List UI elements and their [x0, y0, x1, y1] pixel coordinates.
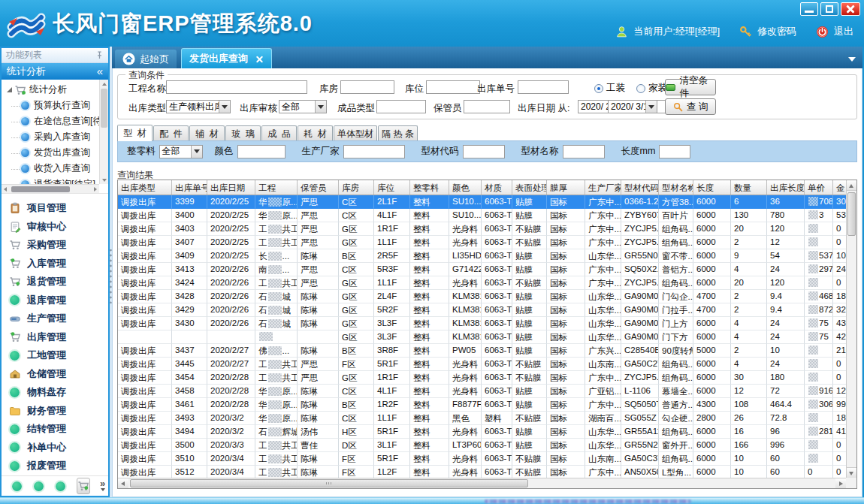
- tab-thermal-strip[interactable]: 隔 热 条: [378, 125, 418, 141]
- column-header[interactable]: 金: [833, 180, 846, 195]
- green-dot-icon[interactable]: [34, 481, 44, 491]
- warehouse-input[interactable]: [340, 80, 394, 94]
- column-header[interactable]: 出库长度: [767, 180, 805, 195]
- table-row[interactable]: 调拨出库34452020/2/27工共工程严思F区5R1F整料光身料6063-T…: [118, 358, 846, 371]
- scroll-down-icon[interactable]: [847, 467, 856, 478]
- tree-horizontal-scrollbar[interactable]: [2, 184, 99, 193]
- column-header[interactable]: 型材代码: [621, 180, 659, 195]
- column-header[interactable]: 工程: [255, 180, 298, 195]
- scroll-up-icon[interactable]: [847, 180, 856, 191]
- table-row[interactable]: 调拨出库34612020/2/28华原...陈琳B区1R2F整料F8877FT6…: [118, 398, 846, 412]
- pin-icon[interactable]: [95, 51, 104, 59]
- logout-link[interactable]: 退出: [834, 25, 853, 38]
- horizontal-scroll-thumb[interactable]: [130, 479, 528, 487]
- table-row[interactable]: 调拨出库35002020/3/3工共工程曹佳D区3L1F整料LT3P606063…: [118, 439, 846, 452]
- column-header[interactable]: 库房: [339, 180, 374, 195]
- column-header[interactable]: 型材名称: [659, 180, 693, 195]
- sidebar-item-carryover-mgmt[interactable]: 结转管理: [9, 420, 108, 439]
- sidebar-item-scrap-mgmt[interactable]: 报废管理: [9, 457, 108, 475]
- table-row[interactable]: G区3L3F整料KLM38176063-T5贴膜国标山东华...GA90M09.…: [118, 330, 846, 344]
- table-row[interactable]: 调拨出库33992020/2/25华原...严思C区2L1F整料SU10...6…: [118, 195, 846, 209]
- radio-gongzhuang[interactable]: 工装: [594, 82, 625, 95]
- column-header[interactable]: 单价: [805, 180, 833, 195]
- column-header[interactable]: 出库日期: [207, 180, 255, 195]
- column-header[interactable]: 整零料: [410, 180, 449, 195]
- maximize-button[interactable]: [820, 2, 838, 16]
- grid-horizontal-scrollbar[interactable]: [118, 478, 846, 488]
- clear-conditions-button[interactable]: 清空条件: [665, 79, 716, 95]
- table-row[interactable]: 调拨出库34372020/2/27佛...陈琳B区3R8F整料PW056063-…: [118, 344, 846, 358]
- table-row[interactable]: 调拨出库34282020/2/26石城陈琳G区2L4F整料KLM38176063…: [118, 290, 846, 303]
- tab-shipping-out-query[interactable]: 发货出库查询: [181, 48, 272, 68]
- profile-code-input[interactable]: [463, 145, 505, 158]
- sidebar-item-site-mgmt[interactable]: 工地管理: [9, 346, 108, 365]
- audit-select[interactable]: 全部: [279, 100, 327, 113]
- column-header[interactable]: 保管员: [298, 180, 339, 195]
- product-type-input[interactable]: [376, 100, 426, 113]
- more-buttons-chevron[interactable]: »: [100, 481, 105, 491]
- scroll-right-icon[interactable]: [835, 478, 846, 488]
- out-type-select[interactable]: 生产领料出库: [166, 100, 231, 113]
- manufacturer-input[interactable]: [343, 145, 405, 158]
- table-row[interactable]: 调拨出库34072020/2/25工共工程严思G区1L1F整料光身料6063-T…: [118, 236, 846, 249]
- tree-expander-icon[interactable]: [7, 87, 12, 92]
- table-row[interactable]: 调拨出库34242020/2/26工共工程严思G区1L1F整料光身料6063-T…: [118, 276, 846, 290]
- table-row[interactable]: 调拨出库34302020/2/26石城陈琳G区3L3F整料KLM38176063…: [118, 317, 846, 330]
- sidebar-item-project-mgmt[interactable]: 项目管理: [9, 199, 108, 218]
- sidebar-item-budget-query[interactable]: 预算执行查询: [6, 98, 98, 113]
- column-header[interactable]: 表面处理: [512, 180, 547, 195]
- sidebar-item-finance-mgmt[interactable]: 财务管理: [9, 402, 108, 421]
- color-input[interactable]: [237, 145, 285, 158]
- table-row[interactable]: 调拨出库34132020/2/26南...严思C区5R3F整料G71422606…: [118, 263, 846, 276]
- sidebar-item-audit-center[interactable]: 审核中心: [9, 218, 108, 237]
- column-header[interactable]: 长度: [693, 180, 731, 195]
- stats-section-header[interactable]: 统计分析 «: [2, 63, 108, 80]
- tab-accessory[interactable]: 配 件: [153, 125, 189, 141]
- sidebar-item-production-mgmt[interactable]: 生产管理: [9, 309, 108, 328]
- cart-button[interactable]: [77, 478, 90, 494]
- grid-vertical-scrollbar[interactable]: [846, 180, 856, 478]
- length-input[interactable]: [659, 145, 690, 158]
- sidebar-item-warehouse-mgmt[interactable]: 仓储管理: [9, 365, 108, 384]
- table-row[interactable]: 调拨出库34582020/2/28华原...陈琳C区4L1F整料光身料6063-…: [118, 385, 846, 398]
- tab-close-icon[interactable]: [255, 55, 264, 63]
- sidebar-item-return-store-mgmt[interactable]: 退库管理: [9, 291, 108, 310]
- collapse-icon[interactable]: «: [97, 68, 103, 75]
- tab-glass[interactable]: 玻 璃: [225, 125, 261, 141]
- scroll-left-icon[interactable]: [118, 478, 128, 488]
- tree-root[interactable]: 统计分析: [6, 82, 98, 98]
- tab-list-dropdown-icon[interactable]: [848, 57, 856, 62]
- sidebar-item-outbound-mgmt[interactable]: 出库管理: [9, 328, 108, 347]
- close-button[interactable]: [841, 2, 860, 16]
- table-row[interactable]: 调拨出库34542020/2/28工共工程严思G区1R1F整料光身料6063-T…: [118, 371, 846, 385]
- tab-consumable[interactable]: 耗 材: [298, 125, 333, 141]
- table-row[interactable]: 调拨出库35122020/3/4工共工程陈琳F区1L2F整料光身料6063-T5…: [118, 466, 846, 478]
- table-row[interactable]: 调拨出库34932020/3/2华原...陈琳C区1L1F整料黑色塑料不贴膜国标…: [118, 412, 846, 425]
- keeper-input[interactable]: [464, 100, 510, 113]
- sidebar-item-transit-query[interactable]: 在途信息查询[待: [6, 113, 98, 129]
- column-header[interactable]: 库位: [374, 180, 410, 195]
- table-row[interactable]: 调拨出库35102020/3/4工共工程陈琳F区5R1F整料光身料6063-T5…: [118, 452, 846, 466]
- column-header[interactable]: 出库类型: [118, 180, 172, 195]
- sidebar-item-purchase-in-query[interactable]: 采购入库查询: [6, 129, 98, 145]
- table-row[interactable]: 调拨出库34032020/2/25工共工程严思G区1R1F整料光身料6063-T…: [118, 222, 846, 236]
- sidebar-item-purchase-mgmt[interactable]: 采购管理: [9, 236, 108, 255]
- sidebar-item-inbound-mgmt[interactable]: 入库管理: [9, 255, 108, 273]
- project-name-input[interactable]: [166, 80, 307, 94]
- vertical-scroll-thumb[interactable]: [847, 192, 856, 236]
- sidebar-item-shipping-out-query[interactable]: 发货出库查询: [6, 145, 98, 161]
- tab-finished[interactable]: 成 品: [261, 125, 297, 141]
- table-row[interactable]: 调拨出库34292020/2/26石城陈琳G区5R2F整料KLM38176063…: [118, 303, 846, 317]
- column-header[interactable]: 数量: [731, 180, 767, 195]
- column-header[interactable]: 材质: [482, 180, 512, 195]
- table-row[interactable]: 调拨出库34092020/2/25长...陈琳B区2R5F整料LI35HD606…: [118, 249, 846, 263]
- change-password-link[interactable]: 修改密码: [757, 25, 796, 38]
- location-input[interactable]: [426, 80, 480, 94]
- sidebar-item-material-inventory[interactable]: 物料盘存: [9, 383, 108, 402]
- order-no-input[interactable]: [518, 80, 569, 94]
- radio-jiazhuang[interactable]: 家装: [636, 82, 667, 95]
- part-select[interactable]: 全部: [159, 145, 203, 158]
- minimize-button[interactable]: [800, 2, 818, 16]
- column-header[interactable]: 膜厚: [547, 180, 585, 195]
- sidebar-item-return-goods-mgmt[interactable]: 退货管理: [9, 273, 108, 291]
